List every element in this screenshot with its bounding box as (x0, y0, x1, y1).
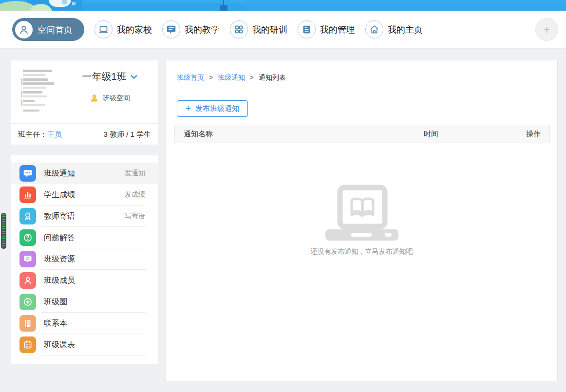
breadcrumb-class-home[interactable]: 班级首页 (177, 74, 204, 81)
menu-item-qa[interactable]: 问题解答 (11, 227, 158, 248)
menu-item-student-grades[interactable]: 学生成绩 发成绩 (11, 184, 158, 205)
breadcrumb-class-notice[interactable]: 班级通知 (218, 74, 245, 81)
user-icon (15, 21, 33, 38)
col-time: 时间 (424, 130, 516, 139)
breadcrumb-current: 通知列表 (259, 74, 286, 81)
class-info-card: 一年级1班 班级空间 班主任：王员 3 教师 / 1 学生 (11, 60, 158, 145)
nav-item-label: 我的研训 (252, 24, 287, 36)
laptop-book-icon (325, 185, 398, 241)
menu-item-class-members[interactable]: 班级成员 (11, 270, 158, 291)
menu-item-class-circle[interactable]: 班级圈 (11, 291, 158, 313)
laptop-icon (94, 20, 113, 38)
bar-chart-icon (19, 187, 36, 203)
nav-item-label: 我的主页 (388, 24, 423, 36)
class-stats: 3 教师 / 1 学生 (103, 130, 151, 139)
class-selector[interactable]: 一年级1班 (82, 70, 137, 83)
class-menu: 班级通知 发通知 学生成绩 发成绩 教师寄语 写寄语 问题解答 班级资源 班 (11, 155, 158, 364)
nav-item-my-teaching[interactable]: 我的教学 (162, 20, 220, 38)
grid-icon (230, 20, 248, 38)
menu-hint-link[interactable]: 发成绩 (125, 190, 145, 199)
top-banner (0, 0, 566, 11)
menu-item-class-schedule[interactable]: 班级课表 (11, 334, 158, 355)
nav-item-label: 我的管理 (320, 24, 355, 36)
compass-icon (19, 294, 36, 310)
add-tab-button[interactable]: + (535, 18, 558, 41)
nav-item-label: 空间首页 (38, 24, 73, 36)
medal-icon (19, 208, 36, 224)
top-navbar: 空间首页 我的家校 我的教学 我的研训 (0, 11, 566, 49)
nav-item-my-admin[interactable]: 我的管理 (298, 20, 355, 38)
menu-item-teacher-message[interactable]: 教师寄语 写寄语 (11, 205, 158, 227)
empty-text: 还没有发布通知，立马发布通知吧 (166, 247, 557, 256)
nav-item-space-home[interactable]: 空间首页 (12, 18, 84, 41)
side-panel-handle[interactable] (1, 213, 6, 249)
notice-table-header: 通知名称 时间 操作 (174, 125, 550, 143)
teacher-name-link[interactable]: 王员 (47, 130, 62, 138)
menu-hint-link[interactable]: 写寄语 (125, 212, 145, 221)
nav-item-label: 我的教学 (185, 24, 220, 36)
menu-hint-link[interactable]: 发通知 (125, 169, 145, 178)
notebook-icon (19, 315, 36, 332)
chevron-down-icon (131, 75, 137, 79)
menu-item-contact-book[interactable]: 联系本 (11, 313, 158, 334)
doc-icon (298, 20, 316, 38)
head-teacher: 班主任：王员 (18, 130, 62, 139)
menu-item-class-resources[interactable]: 班级资源 (11, 248, 158, 270)
notice-icon (19, 165, 36, 182)
question-icon (19, 229, 36, 246)
swing-shape (220, 5, 227, 11)
class-space-link[interactable]: 班级空间 (89, 93, 130, 103)
menu-item-class-notice[interactable]: 班级通知 发通知 (11, 163, 158, 184)
main-panel: 班级首页 > 班级通知 > 通知列表 + 发布班级通知 通知名称 时间 操作 还… (166, 60, 558, 381)
col-notice-name: 通知名称 (184, 130, 424, 139)
nav-item-my-homepage[interactable]: 我的主页 (365, 20, 423, 38)
class-cover-image (16, 64, 60, 114)
col-actions: 操作 (516, 130, 541, 139)
class-name: 一年级1班 (82, 70, 126, 83)
home-icon (365, 20, 383, 38)
chat-doc-icon (162, 20, 180, 38)
resource-icon (19, 251, 36, 267)
nav-item-my-training[interactable]: 我的研训 (230, 20, 287, 38)
calendar-icon (19, 336, 36, 353)
nav-item-my-homeschool[interactable]: 我的家校 (94, 20, 152, 38)
nav-item-label: 我的家校 (117, 24, 152, 36)
gold-member-icon (89, 93, 99, 103)
class-space-label: 班级空间 (103, 94, 130, 103)
person-icon (19, 272, 36, 289)
plus-icon: + (186, 104, 191, 113)
breadcrumb: 班级首页 > 班级通知 > 通知列表 (177, 74, 286, 82)
publish-notice-button[interactable]: + 发布班级通知 (177, 100, 248, 117)
empty-state: 还没有发布通知，立马发布通知吧 (166, 185, 557, 256)
